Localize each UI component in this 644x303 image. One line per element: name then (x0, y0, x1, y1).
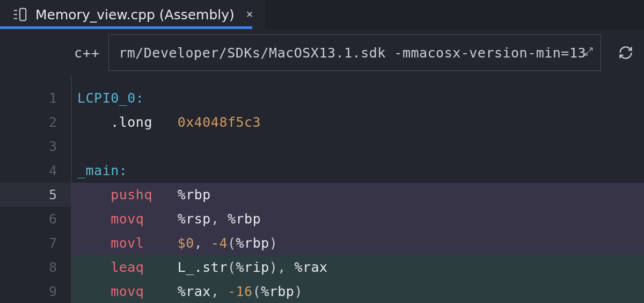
token-sym: L_.str (178, 259, 228, 275)
refresh-button[interactable] (610, 34, 642, 71)
token-punc: ) (294, 284, 303, 299)
active-tab-indicator (0, 26, 252, 29)
token-punc (152, 114, 178, 130)
token-mnem: movq (111, 211, 144, 227)
token-label: LCPI0_0: (77, 90, 144, 106)
token-punc: , (211, 211, 228, 227)
go-to-file-icon (12, 6, 28, 23)
language-label: c++ (74, 45, 100, 61)
compiler-command-text: rm/Developer/SDKs/MacOSX13.1.sdk -mmacos… (119, 45, 586, 61)
gutter-line: 7 (0, 231, 71, 255)
code-line[interactable]: movq %rsp, %rbp (72, 207, 644, 231)
gutter-line: 5 (0, 183, 71, 207)
line-number: 3 (0, 139, 71, 154)
token-punc: , (194, 235, 211, 251)
token-punc: ( (253, 284, 261, 299)
line-number: 6 (0, 211, 71, 227)
gutter-line: 8 (0, 255, 71, 279)
token-punc (77, 235, 111, 251)
token-reg: %rbp (261, 284, 294, 299)
token-punc (144, 211, 177, 227)
code-line[interactable]: movq %rax, -16(%rbp) (72, 279, 644, 303)
token-punc: ) (269, 259, 278, 275)
token-punc: , (211, 284, 228, 299)
gutter-line: 1 (0, 86, 71, 110)
gutter-line: 2 (0, 110, 71, 134)
token-reg: %rax (294, 259, 327, 275)
token-num: $0 (178, 235, 194, 251)
token-punc (144, 259, 177, 275)
token-punc (77, 114, 111, 130)
compiler-toolbar: c++ rm/Developer/SDKs/MacOSX13.1.sdk -mm… (0, 29, 644, 76)
code-line[interactable] (72, 134, 644, 158)
token-reg: %rax (178, 284, 211, 299)
line-number: 2 (0, 114, 71, 130)
token-reg: %rbp (228, 211, 261, 227)
token-num: -16 (228, 284, 253, 299)
compiler-command-input[interactable]: rm/Developer/SDKs/MacOSX13.1.sdk -mmacos… (108, 34, 601, 71)
token-punc (152, 187, 178, 203)
token-label: _main: (77, 163, 127, 178)
expand-icon[interactable] (583, 46, 594, 59)
svg-rect-3 (20, 9, 26, 21)
token-punc (77, 211, 111, 227)
line-number: 5 (0, 187, 71, 203)
token-reg: %rbp (178, 187, 211, 203)
token-direct: .long (111, 114, 152, 130)
token-num: -4 (211, 235, 228, 251)
token-punc: ( (228, 235, 236, 251)
code-line[interactable]: _main: (72, 158, 644, 183)
line-number: 8 (0, 259, 71, 275)
gutter-line: 9 (0, 279, 71, 303)
token-mnem: leaq (111, 259, 144, 275)
token-punc (144, 284, 177, 299)
token-punc: ( (228, 259, 236, 275)
tab-title: Memory_view.cpp (Assembly) (35, 7, 235, 23)
token-punc (77, 187, 111, 203)
gutter-line: 4 (0, 158, 71, 183)
token-punc: ) (269, 235, 278, 251)
line-number: 7 (0, 235, 71, 251)
token-reg: %rip (236, 259, 269, 275)
code-line[interactable]: LCPI0_0: (72, 86, 644, 110)
code-area[interactable]: LCPI0_0: .long 0x4048f5c3_main: pushq %r… (71, 76, 644, 303)
token-reg: %rsp (178, 211, 211, 227)
code-line[interactable]: .long 0x4048f5c3 (72, 110, 644, 134)
code-line[interactable]: pushq %rbp (72, 183, 644, 207)
tab-bar: Memory_view.cpp (Assembly) × (0, 0, 644, 29)
close-icon[interactable]: × (246, 9, 253, 20)
gutter-line: 6 (0, 207, 71, 231)
token-mnem: movq (111, 284, 144, 299)
gutter-line: 3 (0, 134, 71, 158)
token-punc (77, 284, 111, 299)
token-mnem: pushq (111, 187, 152, 203)
line-number-gutter: 123456789 (0, 76, 71, 303)
token-mnem: movl (111, 235, 144, 251)
code-editor[interactable]: 123456789 LCPI0_0: .long 0x4048f5c3_main… (0, 76, 644, 303)
token-num: 0x4048f5c3 (178, 114, 261, 130)
tab-assembly-view[interactable]: Memory_view.cpp (Assembly) × (0, 0, 265, 29)
token-reg: %rbp (236, 235, 269, 251)
line-number: 1 (0, 90, 71, 106)
token-punc: , (277, 259, 294, 275)
line-number: 4 (0, 163, 71, 178)
line-number: 9 (0, 284, 71, 299)
code-line[interactable]: movl $0, -4(%rbp) (72, 231, 644, 255)
code-line[interactable]: leaq L_.str(%rip), %rax (72, 255, 644, 279)
token-punc (77, 259, 111, 275)
token-punc (144, 235, 177, 251)
